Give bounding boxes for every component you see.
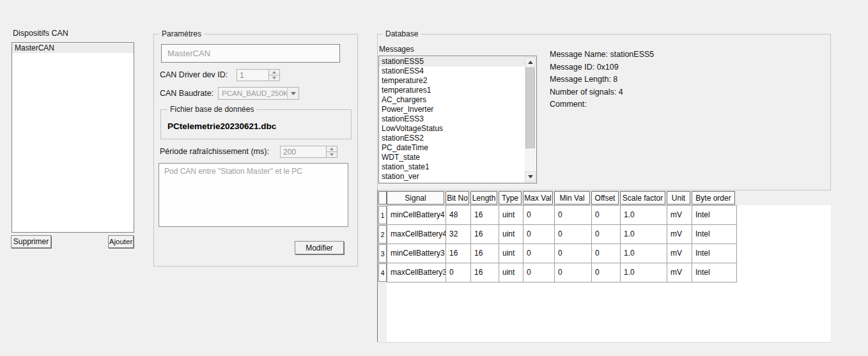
message-list-item[interactable]: temperatures1 (379, 86, 525, 95)
scrollbar-thumb[interactable] (525, 68, 535, 148)
signal-table-cell[interactable]: minCellBattery4 (387, 206, 446, 225)
message-list-item[interactable]: Power_Inverter (379, 105, 525, 114)
signal-table-cell[interactable]: 0 (555, 225, 592, 244)
column-header-signal[interactable]: Signal (387, 191, 444, 205)
row-header-1[interactable]: 1 (378, 206, 387, 224)
signal-table-row[interactable]: maxCellBattery3016uint0001.0mVIntel (387, 263, 737, 282)
column-header-byte-order[interactable]: Byte order (692, 191, 735, 205)
message-list-item[interactable]: temperature2 (379, 76, 525, 86)
column-header-max-val[interactable]: Max Val (523, 191, 553, 205)
message-list-item[interactable]: station_ver (379, 172, 525, 182)
message-list-item[interactable]: stationESS2 (379, 134, 525, 143)
signal-table-cell[interactable]: 0 (523, 206, 555, 225)
device-comment-textarea[interactable]: Pod CAN entre "Station Master" et le PC (159, 163, 348, 227)
column-header-length[interactable]: Length (470, 191, 497, 205)
arrow-up-icon (272, 71, 276, 74)
column-header-bit-no[interactable]: Bit No (446, 191, 469, 205)
spinner-down-button[interactable] (269, 75, 279, 81)
signal-table-cell[interactable]: 0 (592, 206, 621, 225)
spinner-up-button[interactable] (327, 146, 337, 152)
modify-button[interactable]: Modifier (295, 241, 344, 254)
signal-table-cell[interactable]: 1.0 (621, 225, 667, 244)
signal-table-cell[interactable]: maxCellBattery3 (387, 263, 446, 282)
refresh-spin-buttons (326, 146, 337, 157)
device-list-item[interactable]: MasterCAN (12, 43, 134, 53)
devices-list[interactable]: MasterCAN (12, 42, 134, 233)
signal-table-cell[interactable]: 1.0 (621, 244, 667, 263)
message-list-item[interactable]: PC_dateTime (379, 143, 525, 153)
signal-table-cell[interactable]: 0 (523, 244, 555, 263)
row-header-3[interactable]: 3 (378, 244, 387, 263)
messages-list[interactable]: stationESS5stationESS4temperature2temper… (378, 56, 537, 183)
signal-table-cell[interactable]: mV (667, 206, 692, 225)
signal-table-cell[interactable]: 16 (471, 263, 499, 282)
message-list-item[interactable]: station_state1 (379, 162, 525, 172)
driver-id-spinner[interactable]: 1 (236, 69, 280, 81)
table-corner-cell (378, 191, 387, 205)
refresh-period-value: 200 (283, 146, 296, 157)
dropdown-arrow-button[interactable] (287, 88, 298, 99)
signal-table-cell[interactable]: uint (499, 244, 523, 263)
message-list-item[interactable]: stationESS4 (379, 66, 525, 76)
signal-table-cell[interactable]: uint (499, 263, 523, 282)
app-window: Dispositifs CAN MasterCAN Supprimer Ajou… (0, 0, 868, 356)
column-header-type[interactable]: Type (499, 191, 522, 205)
signal-table-cell[interactable]: 0 (592, 244, 621, 263)
message-list-item[interactable]: LowVoltageStatus (379, 124, 525, 134)
signal-table-cell[interactable]: 0 (446, 263, 471, 282)
scroll-up-button[interactable] (525, 57, 536, 68)
message-list-item[interactable]: WDT_state (379, 153, 525, 162)
signal-table-row[interactable]: minCellBattery44816uint0001.0mVIntel (387, 206, 737, 225)
signal-table-cell[interactable]: Intel (692, 206, 737, 225)
message-list-item[interactable]: stationESS3 (379, 114, 525, 124)
signal-table-cell[interactable]: 0 (592, 263, 621, 282)
spinner-down-button[interactable] (327, 152, 337, 157)
driver-id-label: CAN Driver dev ID: (160, 70, 228, 79)
signal-table-cell[interactable]: maxCellBattery4 (387, 225, 446, 244)
column-header-scale-factor[interactable]: Scale factor (620, 191, 665, 205)
signal-table-cell[interactable]: 0 (523, 263, 555, 282)
signal-table-row[interactable]: minCellBattery31616uint0001.0mVIntel (387, 244, 737, 263)
row-header-2[interactable]: 2 (378, 225, 387, 244)
signal-table-cell[interactable]: minCellBattery3 (387, 244, 446, 263)
signal-table-cell[interactable]: 32 (446, 225, 471, 244)
column-header-unit[interactable]: Unit (667, 191, 690, 205)
devices-list-items: MasterCAN (12, 43, 134, 53)
scroll-down-button[interactable] (525, 171, 536, 182)
signal-table-cell[interactable]: 48 (446, 206, 471, 225)
signal-table-cell[interactable]: 1.0 (621, 263, 667, 282)
signal-table-cell[interactable]: Intel (692, 244, 737, 263)
baudrate-value: PCAN_BAUD_250K (222, 88, 288, 99)
message-list-item[interactable]: AC_chargers (379, 95, 525, 105)
row-header-4[interactable]: 4 (378, 263, 387, 282)
signal-table-cell[interactable]: 0 (555, 244, 592, 263)
signal-table-cell[interactable]: 0 (555, 263, 592, 282)
signal-table-cell[interactable]: 1.0 (621, 206, 667, 225)
refresh-period-spinner[interactable]: 200 (280, 146, 337, 158)
messages-scrollbar[interactable] (525, 57, 536, 182)
signal-table-cell[interactable]: mV (667, 263, 692, 282)
spinner-up-button[interactable] (269, 70, 279, 75)
signal-table-cell[interactable]: 0 (592, 225, 621, 244)
signal-table-cell[interactable]: mV (667, 225, 692, 244)
column-header-min-val[interactable]: Min Val (554, 191, 590, 205)
signal-table-cell[interactable]: Intel (692, 225, 737, 244)
signal-table-cell[interactable]: 16 (446, 244, 471, 263)
db-file-name: PCtelemetrie20230621.dbc (167, 121, 276, 131)
signal-table-cell[interactable]: 16 (471, 206, 499, 225)
signal-table-cell[interactable]: Intel (692, 263, 737, 282)
signal-table-cell[interactable]: 16 (471, 225, 499, 244)
add-device-button[interactable]: Ajouter (108, 235, 134, 248)
message-list-item[interactable]: stationESS5 (379, 57, 525, 66)
signal-table-cell[interactable]: mV (667, 244, 692, 263)
signal-table-cell[interactable]: 0 (523, 225, 555, 244)
column-header-offset[interactable]: Offset (591, 191, 619, 205)
delete-device-button[interactable]: Supprimer (11, 235, 51, 248)
signal-table-cell[interactable]: 0 (555, 206, 592, 225)
signal-table-cell[interactable]: 16 (471, 244, 499, 263)
signal-table-row[interactable]: maxCellBattery43216uint0001.0mVIntel (387, 225, 737, 244)
baudrate-dropdown[interactable]: PCAN_BAUD_250K (218, 87, 299, 100)
device-name-field[interactable]: MasterCAN (161, 44, 340, 63)
signal-table-cell[interactable]: uint (499, 225, 523, 244)
signal-table-cell[interactable]: uint (499, 206, 523, 225)
